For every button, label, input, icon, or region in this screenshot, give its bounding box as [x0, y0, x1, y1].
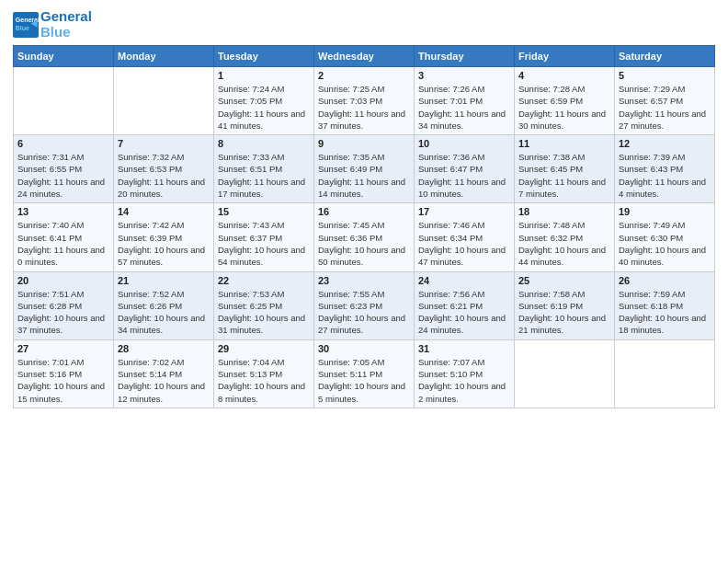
day-number: 10 [418, 138, 510, 149]
day-number: 27 [17, 343, 109, 354]
day-number: 23 [318, 275, 410, 286]
day-info: Sunrise: 7:48 AMSunset: 6:32 PMDaylight:… [518, 219, 610, 268]
day-info: Sunrise: 7:02 AMSunset: 5:14 PMDaylight:… [118, 356, 210, 405]
day-info: Sunrise: 7:36 AMSunset: 6:47 PMDaylight:… [418, 151, 510, 200]
day-info: Sunrise: 7:29 AMSunset: 6:57 PMDaylight:… [619, 83, 711, 132]
calendar-cell: 14Sunrise: 7:42 AMSunset: 6:39 PMDayligh… [114, 203, 214, 271]
day-number: 16 [318, 206, 410, 217]
calendar-cell: 21Sunrise: 7:52 AMSunset: 6:26 PMDayligh… [114, 271, 214, 339]
day-info: Sunrise: 7:04 AMSunset: 5:13 PMDaylight:… [218, 356, 310, 405]
weekday-header-thursday: Thursday [415, 46, 515, 67]
calendar-cell: 6Sunrise: 7:31 AMSunset: 6:55 PMDaylight… [14, 135, 114, 203]
day-info: Sunrise: 7:35 AMSunset: 6:49 PMDaylight:… [318, 151, 410, 200]
day-number: 17 [418, 206, 510, 217]
calendar-cell: 5Sunrise: 7:29 AMSunset: 6:57 PMDaylight… [615, 67, 715, 135]
logo-icon: General Blue [13, 12, 39, 38]
calendar-cell: 20Sunrise: 7:51 AMSunset: 6:28 PMDayligh… [14, 271, 114, 339]
calendar-cell: 19Sunrise: 7:49 AMSunset: 6:30 PMDayligh… [615, 203, 715, 271]
calendar-cell: 4Sunrise: 7:28 AMSunset: 6:59 PMDaylight… [515, 67, 615, 135]
day-number: 22 [218, 275, 310, 286]
day-info: Sunrise: 7:51 AMSunset: 6:28 PMDaylight:… [17, 288, 109, 337]
day-info: Sunrise: 7:26 AMSunset: 7:01 PMDaylight:… [418, 83, 510, 132]
day-info: Sunrise: 7:25 AMSunset: 7:03 PMDaylight:… [318, 83, 410, 132]
week-row-5: 27Sunrise: 7:01 AMSunset: 5:16 PMDayligh… [14, 339, 715, 408]
calendar-cell: 28Sunrise: 7:02 AMSunset: 5:14 PMDayligh… [114, 339, 214, 408]
calendar-cell: 27Sunrise: 7:01 AMSunset: 5:16 PMDayligh… [14, 339, 114, 408]
calendar-cell: 10Sunrise: 7:36 AMSunset: 6:47 PMDayligh… [415, 135, 515, 203]
day-info: Sunrise: 7:05 AMSunset: 5:11 PMDaylight:… [318, 356, 410, 405]
calendar-cell: 1Sunrise: 7:24 AMSunset: 7:05 PMDaylight… [214, 67, 314, 135]
day-number: 14 [118, 206, 210, 217]
header: General Blue GeneralBlue [13, 9, 715, 40]
day-number: 13 [17, 206, 109, 217]
day-number: 9 [318, 138, 410, 149]
day-number: 21 [118, 275, 210, 286]
calendar-cell: 8Sunrise: 7:33 AMSunset: 6:51 PMDaylight… [214, 135, 314, 203]
calendar-cell: 15Sunrise: 7:43 AMSunset: 6:37 PMDayligh… [214, 203, 314, 271]
calendar-cell [515, 339, 615, 408]
calendar-cell: 29Sunrise: 7:04 AMSunset: 5:13 PMDayligh… [214, 339, 314, 408]
day-info: Sunrise: 7:45 AMSunset: 6:36 PMDaylight:… [318, 219, 410, 268]
day-number: 5 [619, 70, 711, 81]
day-info: Sunrise: 7:59 AMSunset: 6:18 PMDaylight:… [619, 288, 711, 337]
calendar-cell: 3Sunrise: 7:26 AMSunset: 7:01 PMDaylight… [415, 67, 515, 135]
day-info: Sunrise: 7:56 AMSunset: 6:21 PMDaylight:… [418, 288, 510, 337]
day-number: 1 [218, 70, 310, 81]
page-container: General Blue GeneralBlue SundayMondayTue… [0, 0, 728, 416]
day-number: 24 [418, 275, 510, 286]
day-number: 3 [418, 70, 510, 81]
week-row-1: 1Sunrise: 7:24 AMSunset: 7:05 PMDaylight… [14, 67, 715, 135]
day-number: 15 [218, 206, 310, 217]
day-info: Sunrise: 7:55 AMSunset: 6:23 PMDaylight:… [318, 288, 410, 337]
calendar-cell: 2Sunrise: 7:25 AMSunset: 7:03 PMDaylight… [314, 67, 415, 135]
day-info: Sunrise: 7:49 AMSunset: 6:30 PMDaylight:… [619, 219, 711, 268]
day-number: 19 [619, 206, 711, 217]
day-info: Sunrise: 7:28 AMSunset: 6:59 PMDaylight:… [518, 83, 610, 132]
day-number: 18 [518, 206, 610, 217]
logo: General Blue GeneralBlue [13, 9, 92, 40]
day-number: 29 [218, 343, 310, 354]
day-info: Sunrise: 7:39 AMSunset: 6:43 PMDaylight:… [619, 151, 711, 200]
day-number: 11 [518, 138, 610, 149]
weekday-header-saturday: Saturday [615, 46, 715, 67]
day-info: Sunrise: 7:42 AMSunset: 6:39 PMDaylight:… [118, 219, 210, 268]
day-number: 7 [118, 138, 210, 149]
weekday-header-sunday: Sunday [14, 46, 114, 67]
calendar-cell: 16Sunrise: 7:45 AMSunset: 6:36 PMDayligh… [314, 203, 415, 271]
day-info: Sunrise: 7:32 AMSunset: 6:53 PMDaylight:… [118, 151, 210, 200]
calendar-cell [615, 339, 715, 408]
calendar-cell: 7Sunrise: 7:32 AMSunset: 6:53 PMDaylight… [114, 135, 214, 203]
weekday-header-friday: Friday [515, 46, 615, 67]
calendar-cell: 26Sunrise: 7:59 AMSunset: 6:18 PMDayligh… [615, 271, 715, 339]
day-info: Sunrise: 7:31 AMSunset: 6:55 PMDaylight:… [17, 151, 109, 200]
svg-text:Blue: Blue [16, 24, 29, 30]
calendar-cell: 23Sunrise: 7:55 AMSunset: 6:23 PMDayligh… [314, 271, 415, 339]
day-info: Sunrise: 7:33 AMSunset: 6:51 PMDaylight:… [218, 151, 310, 200]
day-number: 6 [17, 138, 109, 149]
day-number: 28 [118, 343, 210, 354]
calendar-cell [114, 67, 214, 135]
calendar-cell [14, 67, 114, 135]
day-number: 26 [619, 275, 711, 286]
day-number: 30 [318, 343, 410, 354]
calendar-cell: 11Sunrise: 7:38 AMSunset: 6:45 PMDayligh… [515, 135, 615, 203]
weekday-header-row: SundayMondayTuesdayWednesdayThursdayFrid… [14, 46, 715, 67]
day-info: Sunrise: 7:01 AMSunset: 5:16 PMDaylight:… [17, 356, 109, 405]
day-number: 20 [17, 275, 109, 286]
day-info: Sunrise: 7:53 AMSunset: 6:25 PMDaylight:… [218, 288, 310, 337]
day-info: Sunrise: 7:24 AMSunset: 7:05 PMDaylight:… [218, 83, 310, 132]
calendar-cell: 22Sunrise: 7:53 AMSunset: 6:25 PMDayligh… [214, 271, 314, 339]
calendar-cell: 13Sunrise: 7:40 AMSunset: 6:41 PMDayligh… [14, 203, 114, 271]
day-info: Sunrise: 7:52 AMSunset: 6:26 PMDaylight:… [118, 288, 210, 337]
day-number: 31 [418, 343, 510, 354]
day-info: Sunrise: 7:46 AMSunset: 6:34 PMDaylight:… [418, 219, 510, 268]
calendar-cell: 18Sunrise: 7:48 AMSunset: 6:32 PMDayligh… [515, 203, 615, 271]
weekday-header-wednesday: Wednesday [314, 46, 415, 67]
day-number: 4 [518, 70, 610, 81]
logo-text: GeneralBlue [40, 9, 92, 40]
week-row-3: 13Sunrise: 7:40 AMSunset: 6:41 PMDayligh… [14, 203, 715, 271]
day-info: Sunrise: 7:07 AMSunset: 5:10 PMDaylight:… [418, 356, 510, 405]
day-info: Sunrise: 7:40 AMSunset: 6:41 PMDaylight:… [17, 219, 109, 268]
calendar-cell: 9Sunrise: 7:35 AMSunset: 6:49 PMDaylight… [314, 135, 415, 203]
weekday-header-monday: Monday [114, 46, 214, 67]
